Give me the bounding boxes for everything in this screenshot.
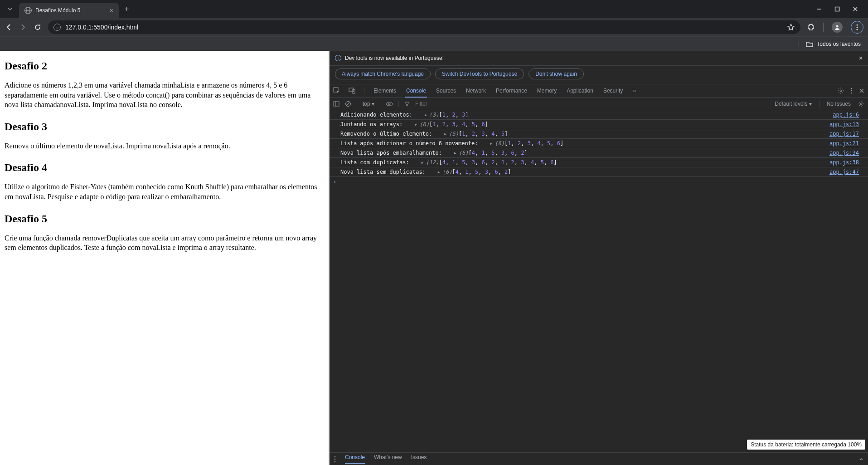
source-link[interactable]: app.js:13: [829, 121, 859, 127]
reload-button[interactable]: [34, 23, 42, 31]
back-button[interactable]: [5, 23, 13, 31]
tab-memory[interactable]: Memory: [536, 85, 558, 97]
console-settings-gear-icon[interactable]: [858, 101, 864, 107]
tab-elements[interactable]: Elements: [373, 85, 397, 97]
more-tabs-icon[interactable]: »: [632, 85, 637, 97]
banner-text: DevTools is now available in Portuguese!: [345, 55, 444, 61]
array-preview: [1, 2, 3]: [439, 112, 469, 118]
console-log-row[interactable]: Nova lista após embaralhamento: ▸ (6) [4…: [330, 148, 868, 158]
close-banner-icon[interactable]: ×: [859, 54, 863, 62]
close-tab-icon[interactable]: ×: [110, 7, 113, 14]
tab-network[interactable]: Network: [465, 85, 487, 97]
browser-toolbar: i 127.0.0.1:5500/index.html: [0, 18, 868, 36]
section-heading: Desafio 4: [5, 162, 324, 174]
array-length: (6): [442, 169, 452, 175]
browser-menu-icon[interactable]: [851, 21, 863, 34]
svg-rect-1: [835, 7, 839, 11]
drawer-collapse-icon[interactable]: [859, 457, 863, 461]
issues-link[interactable]: No Issues: [827, 101, 851, 107]
all-bookmarks-link[interactable]: Todos os favoritos: [817, 41, 861, 47]
site-info-icon[interactable]: i: [53, 24, 61, 31]
source-link[interactable]: app.js:17: [829, 131, 859, 137]
console-prompt[interactable]: ›: [330, 177, 868, 187]
tab-application[interactable]: Application: [566, 85, 594, 97]
console-log-row[interactable]: Nova lista sem duplicatas: ▸ (6) [4, 1, …: [330, 167, 868, 177]
expand-arrow-icon[interactable]: ▸: [490, 140, 493, 147]
minimize-icon[interactable]: [815, 6, 823, 12]
devtools-menu-icon[interactable]: [851, 88, 853, 94]
source-link[interactable]: app.js:47: [829, 169, 859, 175]
drawer-tab-what-s-new[interactable]: What's new: [374, 454, 402, 464]
svg-point-11: [851, 90, 853, 92]
always-match-button[interactable]: Always match Chrome's language: [335, 69, 431, 79]
maximize-icon[interactable]: [834, 6, 841, 12]
address-bar[interactable]: i 127.0.0.1:5500/index.html: [48, 20, 800, 34]
filter-icon: [404, 101, 410, 107]
expand-arrow-icon[interactable]: ▸: [421, 159, 424, 166]
console-log-row[interactable]: Lista após adicionar o número 6 novament…: [330, 139, 868, 148]
battery-status-tooltip: Status da bateria: totalmente carregada …: [747, 440, 865, 450]
source-link[interactable]: app.js:6: [833, 112, 859, 118]
context-selector[interactable]: top ▾: [363, 101, 374, 107]
expand-arrow-icon[interactable]: ▸: [414, 121, 417, 127]
tab-security[interactable]: Security: [602, 85, 624, 97]
browser-titlebar: Desafios Módulo 5 × +: [0, 0, 868, 18]
drawer-tab-console[interactable]: Console: [345, 454, 365, 464]
tab-performance[interactable]: Performance: [495, 85, 528, 97]
browser-tab[interactable]: Desafios Módulo 5 ×: [19, 3, 119, 18]
array-length: (6): [419, 121, 429, 127]
array-preview: [4, 1, 5, 3, 6, 2]: [452, 169, 511, 175]
url-text: 127.0.0.1:5500/index.html: [65, 24, 782, 31]
inspect-icon[interactable]: [333, 87, 340, 94]
section-body: Crie uma função chamada removerDuplicata…: [5, 233, 324, 253]
section-heading: Desafio 2: [5, 60, 324, 72]
tab-sources[interactable]: Sources: [435, 85, 457, 97]
window-controls: [815, 6, 864, 12]
clear-console-icon[interactable]: [345, 101, 351, 107]
forward-button[interactable]: [19, 23, 27, 31]
array-length: (6): [495, 140, 504, 147]
filter-input[interactable]: [415, 101, 451, 107]
info-icon: i: [335, 55, 341, 61]
bookmark-star-icon[interactable]: [787, 23, 795, 31]
console-output[interactable]: Adicionando elementos: ▸ (3) [1, 2, 3]ap…: [330, 110, 868, 452]
svg-point-2: [836, 25, 839, 28]
extensions-icon[interactable]: [807, 23, 815, 31]
expand-arrow-icon[interactable]: ▸: [444, 131, 447, 137]
device-toggle-icon[interactable]: [349, 87, 356, 94]
close-devtools-icon[interactable]: [859, 88, 864, 93]
tab-search-dropdown[interactable]: [4, 3, 16, 15]
array-preview: [1, 2, 3, 4, 5, 6]: [429, 121, 488, 127]
source-link[interactable]: app.js:38: [829, 159, 859, 166]
source-link[interactable]: app.js:34: [829, 150, 859, 156]
profile-avatar[interactable]: [832, 22, 843, 33]
drawer-tab-issues[interactable]: Issues: [411, 454, 427, 464]
console-toolbar: top ▾ Default levels ▾ No Issues: [330, 98, 868, 110]
tab-console[interactable]: Console: [405, 85, 427, 98]
devtools-drawer: ConsoleWhat's newIssues: [330, 452, 868, 465]
log-label: Lista após adicionar o número 6 novament…: [340, 140, 488, 147]
drawer-menu-icon[interactable]: [334, 456, 336, 462]
separator: [364, 87, 364, 94]
globe-icon: [24, 7, 32, 14]
section-body: Remova o último elemento de novaLista. I…: [5, 141, 324, 151]
settings-gear-icon[interactable]: [837, 87, 844, 94]
log-levels-dropdown[interactable]: Default levels ▾: [775, 101, 811, 107]
console-log-row[interactable]: Lista com duplicatas: ▸ (12) [4, 1, 5, 3…: [330, 158, 868, 167]
console-sidebar-toggle-icon[interactable]: [333, 101, 339, 107]
expand-arrow-icon[interactable]: ▸: [424, 112, 427, 118]
new-tab-button[interactable]: +: [124, 5, 129, 14]
expand-arrow-icon[interactable]: ▸: [437, 169, 441, 175]
close-window-icon[interactable]: [852, 6, 859, 12]
switch-language-button[interactable]: Switch DevTools to Portuguese: [435, 69, 524, 79]
console-log-row[interactable]: Adicionando elementos: ▸ (3) [1, 2, 3]ap…: [330, 110, 868, 120]
console-log-row[interactable]: Removendo o último elemento: ▸ (5) [1, 2…: [330, 129, 868, 139]
devtools-language-banner: i DevTools is now available in Portugues…: [330, 51, 868, 66]
expand-arrow-icon[interactable]: ▸: [454, 150, 457, 156]
section-heading: Desafio 3: [5, 121, 324, 133]
live-expression-icon[interactable]: [386, 101, 393, 107]
source-link[interactable]: app.js:21: [829, 140, 859, 147]
dont-show-button[interactable]: Don't show again: [529, 69, 584, 79]
separator: |: [797, 41, 799, 47]
console-log-row[interactable]: Juntando os arrays: ▸ (6) [1, 2, 3, 4, 5…: [330, 120, 868, 129]
